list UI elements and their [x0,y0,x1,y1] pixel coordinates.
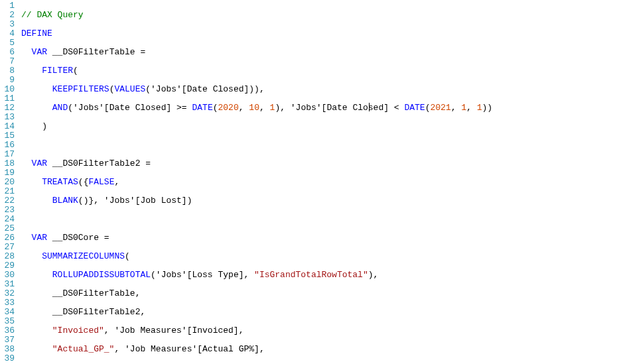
line-number: 23 [1,206,15,215]
number: 1 [461,103,466,113]
line-number: 27 [1,243,15,252]
string: "IsGrandTotalRowTotal" [254,270,368,280]
var-ref: __DS0FilterTable, [21,288,140,298]
line-number: 17 [1,150,15,159]
column-ref: 'Jobs'[Job Lost] [104,196,187,206]
number: 10 [249,103,259,113]
paren: ( [213,103,218,113]
column-ref: 'Job Measures'[Invoiced] [114,326,238,335]
operator: < [389,103,404,113]
line-number: 10 [1,85,15,94]
column-ref: 'Jobs'[Date Closed] [73,103,171,113]
fn-filter: FILTER [21,66,73,76]
line-number: 1 [1,1,15,11]
line-number: 16 [1,141,15,150]
line-number: 21 [1,187,15,196]
paren: ( [125,251,130,261]
line-number: 35 [1,317,15,326]
var-ref: __DS0FilterTable2, [21,307,145,317]
comma: , [114,177,119,187]
paren: ), [368,270,379,280]
line-number: 7 [1,57,15,66]
fn-and: AND [21,103,68,113]
comma: , [466,103,477,113]
line-number: 14 [1,122,15,131]
line-number: 12 [1,103,15,113]
paren: ({ [78,177,89,187]
fn-blank: BLANK [21,196,78,206]
string: "Invoiced" [21,326,104,335]
fn-date: DATE [192,103,212,113]
line-number: 28 [1,252,15,261]
line-number: 4 [1,29,15,38]
paren: ( [68,103,73,113]
line-number: 31 [1,280,15,289]
fn-values: VALUES [114,84,145,94]
comma: , [259,344,265,354]
text-cursor-icon [369,103,370,111]
line-number: 22 [1,196,15,206]
paren: ) [187,196,192,206]
line-number: 37 [1,335,15,345]
line-number: 11 [1,94,15,103]
paren: )), [249,84,264,94]
line-number: 32 [1,289,15,298]
keyword-false: FALSE [88,177,114,187]
comma: , [114,344,125,354]
line-number: 29 [1,261,15,271]
var-name: __DS0FilterTable2 = [47,158,151,168]
paren: ()}, [78,196,104,206]
number: 2021 [430,103,451,113]
line-number: 3 [1,20,15,29]
fn-treatas: TREATAS [21,177,78,187]
line-number: 26 [1,233,15,243]
comma: , [239,103,249,113]
column-ref: 'Jobs'[Loss Type] [156,270,244,280]
column-ref: 'Job Measures'[Actual GP%] [125,344,259,354]
line-number: 25 [1,224,15,233]
var-name: __DS0FilterTable = [47,47,145,57]
paren: )) [482,103,493,113]
code-editor[interactable]: 1234567891011121314151617181920212223242… [0,0,625,364]
paren: ( [73,66,78,76]
line-number: 15 [1,131,15,141]
line-number: 9 [1,76,15,85]
keyword-var: VAR [21,233,47,243]
line-number: 20 [1,178,15,187]
line-number: 30 [1,271,15,280]
comma: , [259,103,270,113]
string: "Actual_GP_" [21,344,114,354]
paren: ( [145,84,151,94]
code-content[interactable]: // DAX Query DEFINE VAR __DS0FilterTable… [17,0,492,364]
line-number: 8 [1,66,15,76]
keyword-define: DEFINE [21,29,52,38]
var-name: __DS0Core = [47,233,109,243]
line-number: 18 [1,159,15,168]
line-number: 19 [1,168,15,178]
line-numbers-gutter: 1234567891011121314151617181920212223242… [0,0,17,364]
column-ref: 'Jobs'[Date Closed] [291,103,389,113]
line-number: 24 [1,215,15,224]
operator: >= [171,103,192,113]
fn-summarizecolumns: SUMMARIZECOLUMNS [21,251,125,261]
line-number: 36 [1,326,15,335]
keyword-var: VAR [21,158,47,168]
line-number: 6 [1,48,15,57]
line-number: 13 [1,113,15,122]
code-comment: // DAX Query [21,10,84,20]
fn-keepfilters: KEEPFILTERS [21,84,109,94]
number: 2020 [218,103,239,113]
line-number: 2 [1,11,15,20]
comma: , [243,270,254,280]
line-number: 33 [1,298,15,308]
number: 1 [477,103,482,113]
line-number: 34 [1,308,15,317]
column-ref: 'Jobs'[Date Closed] [151,84,249,94]
comma: , [104,326,115,335]
fn-date: DATE [404,103,425,113]
keyword-var: VAR [21,47,47,57]
paren: ), [275,103,290,113]
line-number: 39 [1,354,15,363]
paren: ) [21,121,47,131]
comma: , [239,326,244,335]
